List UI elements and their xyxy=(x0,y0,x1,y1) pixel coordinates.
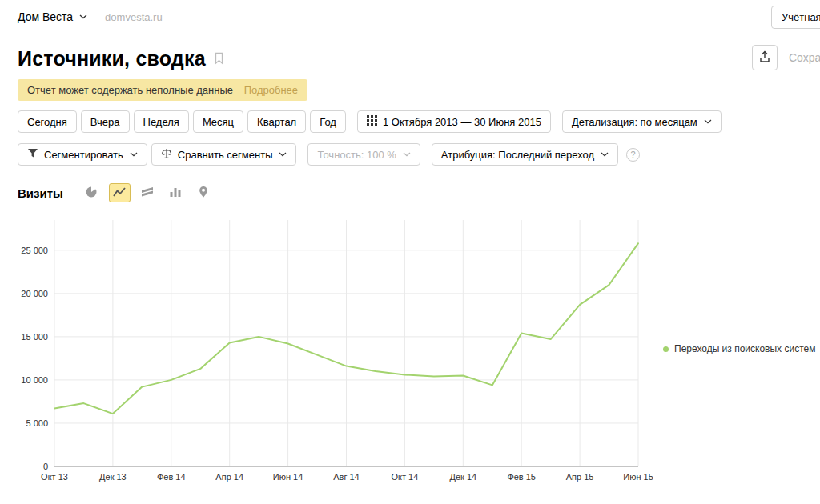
attribution-label: Атрибуция: Последний переход xyxy=(441,149,594,161)
date-range-label: 1 Октября 2013 — 30 Июня 2015 xyxy=(383,116,541,128)
chart-legend[interactable]: Переходы из поисковых систем xyxy=(663,343,815,354)
segment-button[interactable]: Сегментировать xyxy=(18,143,147,166)
svg-text:Фев 15: Фев 15 xyxy=(507,472,536,482)
svg-text:Дек 13: Дек 13 xyxy=(99,472,127,482)
bar-chart-icon xyxy=(169,186,182,200)
svg-text:Фев 14: Фев 14 xyxy=(157,472,186,482)
chevron-down-icon xyxy=(403,152,411,157)
accuracy-label: Точность: 100 % xyxy=(317,149,396,161)
compare-scales-icon xyxy=(161,148,172,162)
bookmark-icon[interactable] xyxy=(214,52,224,65)
question-mark-icon: ? xyxy=(631,150,636,159)
visits-line-chart[interactable]: 05 00010 00015 00020 00025 000Окт 13Дек … xyxy=(0,209,665,490)
period-controls-row: Сегодня Вчера Неделя Месяц Квартал Год 1… xyxy=(0,110,820,133)
svg-text:10 000: 10 000 xyxy=(21,375,48,385)
title-row: Источники, сводка Сохран xyxy=(0,44,820,73)
calendar-grid-icon xyxy=(367,115,377,128)
notice-details-link[interactable]: Подробнее xyxy=(244,84,298,96)
accuracy-dropdown[interactable]: Точность: 100 % xyxy=(308,143,420,166)
period-button-label: Год xyxy=(320,116,336,128)
svg-text:Окт 14: Окт 14 xyxy=(391,472,418,482)
compare-segments-button[interactable]: Сравнить сегменты xyxy=(151,143,297,166)
svg-text:Июн 14: Июн 14 xyxy=(273,472,303,482)
chevron-down-icon xyxy=(704,119,712,124)
chevron-down-icon xyxy=(130,152,138,157)
period-button-label: Сегодня xyxy=(27,116,67,128)
period-button-week[interactable]: Неделя xyxy=(134,110,189,133)
svg-text:25 000: 25 000 xyxy=(21,246,48,255)
period-button-label: Квартал xyxy=(257,116,296,128)
chevron-down-icon xyxy=(601,152,609,157)
period-button-label: Неделя xyxy=(143,116,179,128)
chart-area: 05 00010 00015 00020 00025 000Окт 13Дек … xyxy=(0,209,820,490)
incomplete-data-notice: Отчет может содержать неполные данные По… xyxy=(18,79,308,101)
period-button-year[interactable]: Год xyxy=(310,110,346,133)
svg-text:5 000: 5 000 xyxy=(26,418,48,428)
legend-label: Переходы из поисковых систем xyxy=(674,343,815,354)
metric-label: Визиты xyxy=(18,186,63,200)
notice-text: Отчет может содержать неполные данные xyxy=(27,84,233,96)
chart-type-map-button[interactable] xyxy=(193,183,215,202)
site-switcher[interactable]: Дом Веста xyxy=(18,10,87,23)
funnel-icon xyxy=(27,148,38,161)
page-title: Источники, сводка xyxy=(18,47,206,70)
attribution-dropdown[interactable]: Атрибуция: Последний переход xyxy=(432,143,618,166)
svg-text:Авг 14: Авг 14 xyxy=(333,472,359,482)
period-button-today[interactable]: Сегодня xyxy=(18,110,77,133)
chart-type-columns-button[interactable] xyxy=(165,183,187,202)
stacked-area-icon xyxy=(141,186,154,200)
report-page: Источники, сводка Сохран Отчет может сод… xyxy=(0,44,820,490)
notice-wrap: Отчет может содержать неполные данные По… xyxy=(0,79,820,101)
svg-text:20 000: 20 000 xyxy=(21,289,48,298)
export-button[interactable] xyxy=(752,45,778,70)
save-button[interactable]: Сохран xyxy=(789,51,820,64)
line-chart-icon xyxy=(113,186,126,200)
detalization-dropdown[interactable]: Детализация: по месяцам xyxy=(562,110,722,133)
svg-text:Июн 15: Июн 15 xyxy=(623,472,653,482)
site-name: Дом Веста xyxy=(18,10,73,23)
period-button-yesterday[interactable]: Вчера xyxy=(81,110,130,133)
chevron-down-icon xyxy=(79,14,87,19)
svg-text:Апр 15: Апр 15 xyxy=(566,472,594,482)
svg-text:Окт 13: Окт 13 xyxy=(41,472,68,482)
period-button-label: Вчера xyxy=(90,116,120,128)
site-domain-link[interactable]: domvesta.ru xyxy=(105,11,163,23)
topbar: Дом Веста domvesta.ru Учётная з xyxy=(0,0,820,34)
upload-icon xyxy=(758,50,771,66)
period-button-quarter[interactable]: Квартал xyxy=(247,110,306,133)
svg-text:15 000: 15 000 xyxy=(21,332,48,342)
metric-row: Визиты xyxy=(0,183,820,202)
legend-marker-icon xyxy=(663,346,669,352)
map-pin-icon xyxy=(198,186,209,201)
segment-controls-row: Сегментировать Сравнить сегменты Точност… xyxy=(0,143,820,166)
chart-type-pie-button[interactable] xyxy=(81,183,102,202)
help-button[interactable]: ? xyxy=(626,148,640,162)
period-button-label: Месяц xyxy=(203,116,234,128)
chart-type-stacked-area-button[interactable] xyxy=(137,183,159,202)
account-button[interactable]: Учётная з xyxy=(771,6,820,29)
svg-text:Дек 14: Дек 14 xyxy=(449,472,476,482)
date-range-button[interactable]: 1 Октября 2013 — 30 Июня 2015 xyxy=(357,110,551,133)
period-button-month[interactable]: Месяц xyxy=(193,110,243,133)
chart-type-line-button[interactable] xyxy=(109,183,131,202)
segment-label: Сегментировать xyxy=(44,149,123,161)
detalization-label: Детализация: по месяцам xyxy=(572,116,697,128)
pie-chart-icon xyxy=(85,186,98,201)
compare-segments-label: Сравнить сегменты xyxy=(178,149,273,161)
svg-text:0: 0 xyxy=(43,462,48,471)
svg-text:Апр 14: Апр 14 xyxy=(215,472,243,482)
chevron-down-icon xyxy=(279,152,287,157)
